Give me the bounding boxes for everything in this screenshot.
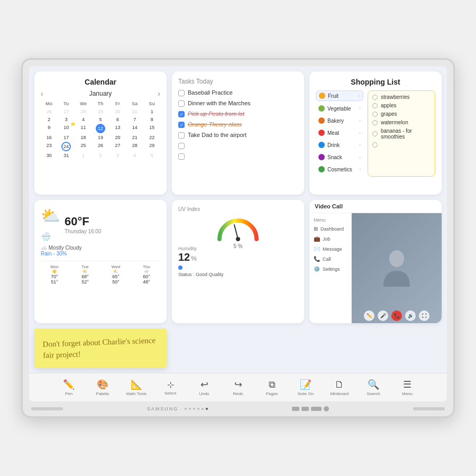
cal-day[interactable]: 28 [126,142,143,151]
shopping-item[interactable]: grapes [372,111,431,117]
toolbar-miniboard[interactable]: 🗋 Miniboard [329,379,350,396]
menu-job[interactable]: 💼 Job [314,236,347,242]
toolbar-noteon[interactable]: 📝 Note On [295,379,316,396]
task-item[interactable] [178,142,298,149]
cal-day[interactable]: 3 [109,152,126,159]
cal-day[interactable]: 14 [126,124,143,133]
cal-day[interactable]: 10⭐ [58,124,74,133]
menu-settings[interactable]: ⚙️ Settings [314,266,347,272]
task-item[interactable]: Dinner with the Marches [178,100,298,107]
toolbar-undo[interactable]: ↩ Undo [194,379,215,396]
cal-day[interactable]: 30 [109,108,126,115]
cal-day[interactable]: 5 [92,116,108,123]
shopping-item-check[interactable] [372,112,378,117]
cal-day[interactable]: 13 [109,124,126,133]
task-item[interactable]: Baseball Practice [178,89,298,96]
cal-day[interactable]: 6 [109,116,126,123]
cal-day[interactable]: 18 [75,134,91,141]
toolbar-pages[interactable]: ⧉ Pages [261,379,282,396]
shopping-item-check[interactable] [372,103,378,108]
cal-day[interactable]: 4 [126,152,143,159]
cal-day[interactable]: 1 [75,152,91,159]
cal-day[interactable]: 31 [58,152,74,159]
shopping-item[interactable]: watermelon [372,120,431,125]
menu-dashboard[interactable]: ⊞ Dashboard [314,226,347,232]
shopping-item[interactable]: apples [372,103,431,108]
task-checkbox[interactable] [178,153,185,160]
cal-day[interactable]: 27 [58,108,74,115]
menu-message[interactable]: ✉️ Message [314,246,347,252]
cal-day[interactable]: 29 [144,142,160,151]
cal-day[interactable]: 11 [75,124,91,133]
shopping-item-empty[interactable] [372,142,431,148]
cal-header-fr: Fr [109,100,126,107]
calendar-prev[interactable]: ‹ [41,89,43,98]
tv-dot [193,408,195,410]
cal-day[interactable]: 16 [41,134,57,141]
task-checkbox[interactable] [178,90,185,96]
task-item[interactable]: ✓ Orange Theory class [178,121,298,128]
category-vegetable[interactable]: Vegetable › [316,104,363,113]
cal-day[interactable]: 8 [144,116,160,123]
category-drink[interactable]: Drink › [316,140,363,150]
shopping-item-check[interactable] [372,95,378,100]
task-checkbox[interactable] [178,100,185,107]
cal-day[interactable]: 23 [41,142,57,151]
task-checkbox[interactable]: ✓ [178,111,185,117]
cal-day[interactable]: 4 [75,116,91,123]
cal-day[interactable]: 26 [41,108,57,115]
toolbar-redo[interactable]: ↪ Redo [227,379,249,396]
cal-day[interactable]: 17 [58,134,74,141]
cal-day[interactable]: 25 [75,142,91,151]
cal-day-circled[interactable]: 24 [61,142,71,151]
category-snack[interactable]: Snack › [316,152,363,162]
category-cosmetics[interactable]: Cosmetics › [316,164,363,174]
cal-day[interactable]: 26 [92,142,108,151]
shopping-item-check[interactable] [372,120,378,125]
shopping-item-check[interactable] [372,142,378,148]
cal-day[interactable]: 31 [126,108,143,115]
toolbar-pen[interactable]: ✏️ Pen [58,379,79,396]
video-btn-edit[interactable]: ✏️ [364,310,374,321]
category-label-fruit: Fruit [328,93,338,99]
cal-day[interactable]: 19 [92,134,108,141]
cal-day[interactable]: 2 [41,116,57,123]
shopping-item[interactable]: bananas - for smoothies [372,128,431,140]
cal-day[interactable]: 2 [92,152,108,159]
calendar-next[interactable]: › [158,89,160,98]
cal-day[interactable]: 20 [109,134,126,141]
video-btn-mic-off[interactable]: 🎤 [378,310,388,321]
toolbar-search[interactable]: 🔍 Search [363,379,384,396]
toolbar-math[interactable]: 📐 Math Tools [126,379,147,396]
cal-day[interactable]: 21 [126,134,143,141]
cal-day[interactable]: 15 [144,124,160,133]
toolbar-palette[interactable]: 🎨 Palette [92,379,113,396]
cal-day[interactable]: 28 [75,108,91,115]
video-btn-end-call[interactable]: 📞 [391,310,402,321]
cal-day[interactable]: 22 [144,134,160,141]
task-checkbox[interactable] [178,143,185,149]
cal-day[interactable]: 27 [109,142,126,151]
category-bakery[interactable]: Bakery › [316,116,363,125]
task-checkbox[interactable] [178,132,185,139]
video-btn-volume[interactable]: 🔊 [405,310,416,321]
category-fruit[interactable]: Fruit › [316,90,363,101]
menu-call[interactable]: 📞 Call [314,256,347,262]
task-item[interactable]: ✓ Pick up Pesto from lot [178,111,298,117]
task-item[interactable] [178,153,298,160]
category-meat[interactable]: Meat › [316,128,363,138]
task-item[interactable]: Take Dad to the airport [178,132,298,139]
toolbar-menu[interactable]: ☰ Menu [397,379,418,396]
cal-day[interactable]: 7 [126,116,143,123]
cal-day[interactable]: 9 [41,124,57,133]
task-checkbox[interactable]: ✓ [178,122,185,128]
cal-day[interactable]: 5 [144,152,160,159]
cal-day[interactable]: 29 [92,108,108,115]
shopping-item-check[interactable] [372,131,378,136]
cal-day-highlighted[interactable]: 12 [96,124,105,133]
shopping-item[interactable]: strawberries [372,94,431,100]
cal-day[interactable]: 1 [144,108,160,115]
video-btn-fullscreen[interactable]: ⛶ [419,310,429,321]
cal-day[interactable]: 30 [41,152,57,159]
toolbar-select[interactable]: ⊹ Select [160,380,181,396]
